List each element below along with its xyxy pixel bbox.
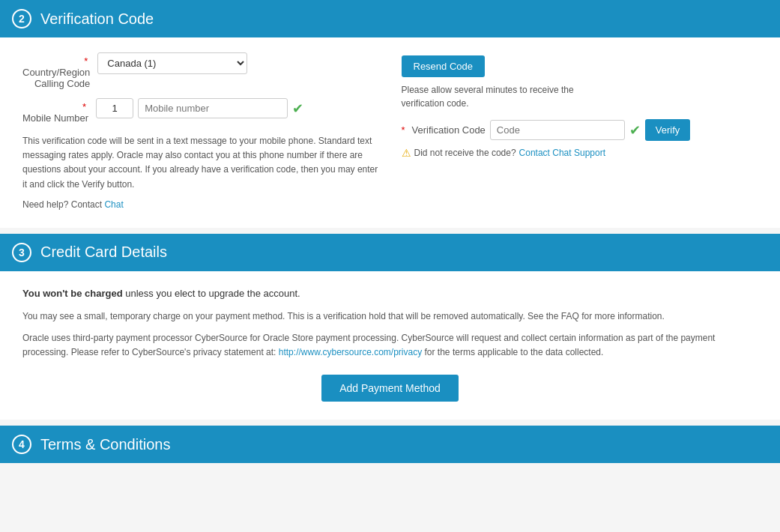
- charge-bold: You won't be charged: [22, 288, 123, 299]
- country-label-line1: Country/Region: [22, 67, 90, 78]
- required-star-mobile: *: [82, 101, 86, 112]
- section-4-number: 4: [12, 435, 31, 454]
- country-select[interactable]: Canada (1) United States (1): [97, 52, 247, 74]
- resend-code-button[interactable]: Resend Code: [402, 55, 486, 77]
- section-4-title: Terms & Conditions: [40, 436, 170, 453]
- need-help-text: Need help? Contact Chat: [22, 199, 379, 210]
- mobile-field-control: ✔: [96, 98, 303, 118]
- verif-check-icon: ✔: [629, 122, 641, 139]
- mobile-number-input[interactable]: [138, 98, 288, 118]
- verif-label: Verification Code: [412, 124, 486, 136]
- section-2: 2 Verification Code * Country/Region Cal…: [0, 0, 780, 228]
- section-4-header: 4 Terms & Conditions: [0, 426, 780, 463]
- left-fields: * Country/Region Calling Code Canada (1)…: [22, 52, 379, 210]
- info-text: This verification code will be sent in a…: [22, 134, 379, 192]
- not-received-row: ⚠ Did not receive the code? Contact Chat…: [402, 147, 758, 159]
- add-payment-method-button[interactable]: Add Payment Method: [321, 375, 459, 402]
- country-label-group: * Country/Region Calling Code: [22, 52, 97, 89]
- section-2-title: Verification Code: [40, 10, 154, 28]
- mobile-label: Mobile Number: [22, 112, 88, 124]
- country-row: * Country/Region Calling Code Canada (1)…: [22, 52, 379, 89]
- mobile-check-icon: ✔: [292, 100, 303, 117]
- charge-desc: You may see a small, temporary charge on…: [22, 309, 758, 324]
- section-2-header: 2 Verification Code: [0, 0, 780, 37]
- charge-rest: unless you elect to upgrade the account.: [123, 288, 300, 299]
- need-help-label: Need help? Contact: [22, 199, 102, 210]
- allow-msg: Please allow several minutes to receive …: [402, 83, 596, 110]
- oracle-note-end: for the terms applicable to the data col…: [422, 347, 603, 357]
- required-star-country: *: [84, 55, 88, 67]
- section-4: 4 Terms & Conditions: [0, 426, 780, 463]
- chat-link[interactable]: Chat: [104, 199, 123, 210]
- section-3-number: 3: [12, 243, 31, 262]
- contact-chat-support-link[interactable]: Contact Chat Support: [519, 148, 605, 158]
- cybersource-link[interactable]: http://www.cybersource.com/privacy: [279, 347, 422, 357]
- verification-row: * Verification Code ✔ Verify: [402, 119, 758, 141]
- not-received-text: Did not receive the code?: [414, 148, 516, 158]
- required-star-verif: *: [402, 124, 405, 136]
- charge-notice: You won't be charged unless you elect to…: [22, 286, 758, 302]
- form-main: * Country/Region Calling Code Canada (1)…: [22, 52, 758, 210]
- section-2-body: * Country/Region Calling Code Canada (1)…: [0, 37, 780, 228]
- section-3-header: 3 Credit Card Details: [0, 234, 780, 271]
- country-field-control: Canada (1) United States (1): [97, 52, 247, 74]
- mobile-row: * Mobile Number ✔: [22, 98, 379, 124]
- mobile-label-group: * Mobile Number: [22, 98, 96, 124]
- section-3: 3 Credit Card Details You won't be charg…: [0, 234, 780, 420]
- oracle-note: Oracle uses third-party payment processo…: [22, 331, 758, 360]
- verify-button[interactable]: Verify: [645, 119, 691, 141]
- mobile-prefix-input[interactable]: [96, 98, 133, 118]
- warning-icon: ⚠: [402, 147, 411, 159]
- verification-code-input[interactable]: [490, 120, 625, 140]
- section-2-number: 2: [12, 9, 31, 28]
- section-3-title: Credit Card Details: [40, 244, 167, 261]
- section-3-body: You won't be charged unless you elect to…: [0, 271, 780, 420]
- country-label-line2: Calling Code: [34, 78, 90, 89]
- right-fields: Resend Code Please allow several minutes…: [402, 52, 758, 210]
